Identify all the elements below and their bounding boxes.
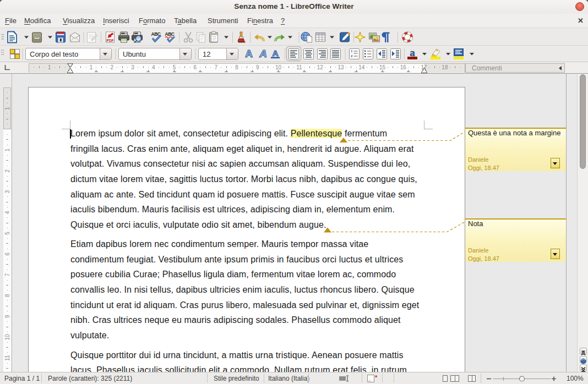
- svg-text:1: 1: [90, 64, 93, 70]
- svg-text:14: 14: [358, 64, 365, 70]
- svg-text:5: 5: [173, 64, 176, 70]
- svg-text:8: 8: [235, 64, 238, 70]
- svg-text:1: 1: [48, 64, 51, 70]
- svg-text:9: 9: [256, 64, 259, 70]
- svg-text:10: 10: [275, 64, 282, 70]
- svg-text:A: A: [272, 48, 278, 58]
- svg-text:16: 16: [400, 64, 407, 70]
- svg-text:*: *: [375, 374, 378, 381]
- svg-text:ABC: ABC: [165, 31, 175, 37]
- svg-text:18: 18: [442, 64, 448, 70]
- svg-text:7: 7: [214, 64, 217, 70]
- svg-text:2: 2: [111, 64, 114, 70]
- svg-text:A: A: [259, 48, 267, 59]
- svg-text:13: 13: [337, 64, 344, 70]
- svg-text:11: 11: [296, 64, 302, 70]
- svg-text:6: 6: [194, 64, 197, 70]
- svg-text:4: 4: [152, 64, 155, 70]
- svg-text:A: A: [245, 48, 253, 59]
- svg-text:PDF: PDF: [107, 39, 114, 42]
- svg-text:3: 3: [131, 64, 134, 70]
- svg-text:12: 12: [317, 64, 324, 70]
- svg-text:a: a: [410, 47, 415, 58]
- svg-text:15: 15: [379, 64, 386, 70]
